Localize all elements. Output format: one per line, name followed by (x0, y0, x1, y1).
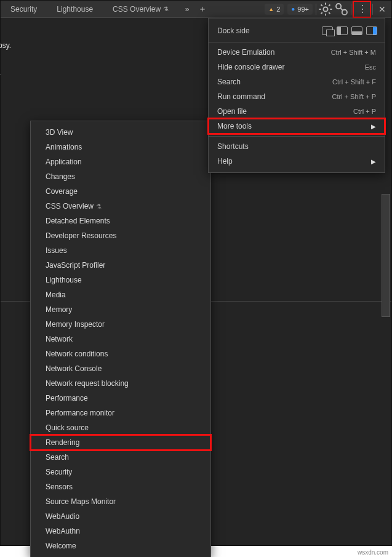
svg-point-2 (342, 9, 347, 14)
submenu-item-security[interactable]: Security (31, 465, 210, 479)
submenu-item-application[interactable]: Application (31, 154, 210, 169)
submenu-item-rendering[interactable]: Rendering (31, 435, 210, 450)
menu-item-search[interactable]: SearchCtrl + Shift + F (209, 74, 385, 89)
menu-shortcuts[interactable]: Shortcuts (209, 139, 385, 154)
info-badge[interactable]: 99+ (287, 4, 313, 15)
dock-left-icon[interactable] (337, 26, 348, 35)
tab-security[interactable]: Security (1, 1, 47, 18)
menu-more-tools[interactable]: More tools ▶ (209, 119, 385, 134)
page-text: y. (0, 68, 1, 77)
scrollbar-thumb[interactable] (382, 194, 390, 317)
submenu-item--d-view[interactable]: 3D View (31, 125, 210, 140)
submenu-item-search[interactable]: Search (31, 450, 210, 465)
dock-side-row: Dock side (209, 22, 385, 39)
menu-item-device-emulation[interactable]: Device EmulationCtrl + Shift + M (209, 45, 385, 60)
submenu-item-sensors[interactable]: Sensors (31, 479, 210, 494)
divider (316, 4, 316, 15)
tab-label: CSS Overview (113, 5, 161, 14)
menu-separator (209, 42, 385, 42)
more-tabs-button[interactable]: » (178, 1, 196, 17)
warnings-badge[interactable]: 2 (265, 4, 284, 15)
menu-separator (209, 136, 385, 137)
submenu-item-lighthouse[interactable]: Lighthouse (31, 273, 210, 287)
submenu-item-webaudio[interactable]: WebAudio (31, 509, 210, 524)
chevron-right-icon: ▶ (371, 123, 376, 130)
submenu-item-memory-inspector[interactable]: Memory Inspector (31, 317, 210, 332)
tab-bar: Security Lighthouse CSS Overview ⚗ » ＋ 2… (1, 1, 391, 18)
chevron-right-icon: ▶ (371, 158, 376, 165)
menu-help[interactable]: Help ▶ (209, 154, 385, 169)
menu-item-hide-console-drawer[interactable]: Hide console drawerEsc (209, 60, 385, 74)
submenu-item-coverage[interactable]: Coverage (31, 184, 210, 199)
main-menu: Dock side Device EmulationCtrl + Shift +… (208, 18, 385, 173)
menu-item-open-file[interactable]: Open fileCtrl + P (209, 104, 385, 119)
submenu-item-issues[interactable]: Issues (31, 243, 210, 258)
submenu-item-welcome[interactable]: Welcome (31, 539, 210, 553)
page-text: ive epilepsy. (0, 41, 11, 50)
submenu-item-developer-resources[interactable]: Developer Resources (31, 228, 210, 243)
divider (351, 4, 351, 15)
submenu-item-memory[interactable]: Memory (31, 302, 210, 317)
dock-undock-icon[interactable] (322, 26, 333, 35)
tab-css-overview[interactable]: CSS Overview ⚗ (103, 1, 178, 18)
divider (372, 4, 373, 15)
kebab-menu-button[interactable]: ⋮ (354, 1, 370, 18)
close-devtools-button[interactable]: ✕ (374, 1, 390, 18)
tab-lighthouse[interactable]: Lighthouse (47, 1, 103, 18)
more-tools-submenu: 3D ViewAnimationsApplicationChangesCover… (30, 121, 211, 557)
dock-right-icon[interactable] (366, 26, 377, 35)
submenu-item-css-overview[interactable]: CSS Overview⚗ (31, 199, 210, 214)
dock-bottom-icon[interactable] (351, 26, 362, 35)
add-tab-button[interactable]: ＋ (196, 1, 209, 17)
submenu-item-detached-elements[interactable]: Detached Elements (31, 214, 210, 228)
svg-point-1 (336, 4, 341, 9)
menu-item-run-command[interactable]: Run commandCtrl + Shift + P (209, 89, 385, 104)
kebab-menu-highlight: ⋮ (353, 1, 371, 18)
submenu-item-network-request-blocking[interactable]: Network request blocking (31, 376, 210, 391)
submenu-item-network-conditions[interactable]: Network conditions (31, 347, 210, 361)
beaker-icon: ⚗ (163, 6, 169, 12)
beaker-icon: ⚗ (96, 203, 102, 210)
submenu-item-changes[interactable]: Changes (31, 169, 210, 184)
submenu-item-animations[interactable]: Animations (31, 140, 210, 154)
submenu-item-media[interactable]: Media (31, 287, 210, 302)
submenu-item-performance[interactable]: Performance (31, 391, 210, 406)
experiments-icon[interactable] (334, 1, 350, 18)
submenu-item-javascript-profiler[interactable]: JavaScript Profiler (31, 258, 210, 273)
devtools-window: Security Lighthouse CSS Overview ⚗ » ＋ 2… (0, 0, 392, 546)
submenu-item-source-maps-monitor[interactable]: Source Maps Monitor (31, 494, 210, 509)
submenu-item-performance-monitor[interactable]: Performance monitor (31, 406, 210, 420)
submenu-item-quick-source[interactable]: Quick source (31, 420, 210, 435)
submenu-item-network-console[interactable]: Network Console (31, 361, 210, 376)
svg-point-0 (323, 7, 327, 11)
settings-gear-icon[interactable] (318, 1, 334, 18)
submenu-item-webauthn[interactable]: WebAuthn (31, 524, 210, 539)
submenu-item-network[interactable]: Network (31, 332, 210, 347)
dock-side-label: Dock side (217, 26, 250, 35)
watermark: wsxdn.com (358, 549, 388, 556)
